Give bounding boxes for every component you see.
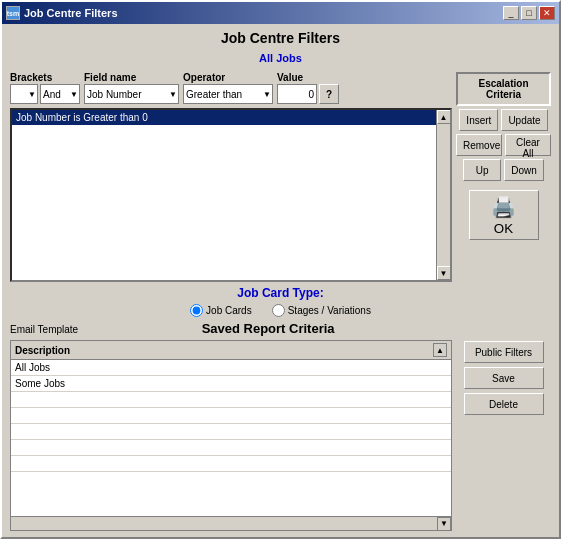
table-row[interactable]: All Jobs — [11, 360, 451, 376]
description-header: Description — [15, 345, 70, 356]
page-subtitle: All Jobs — [10, 52, 551, 64]
scroll-down-btn[interactable]: ▼ — [437, 266, 451, 280]
save-button[interactable]: Save — [464, 367, 544, 389]
ok-btn-container: 🖨️ OK — [469, 190, 539, 240]
radio-stages-label: Stages / Variations — [288, 305, 371, 316]
saved-table-body[interactable]: All Jobs Some Jobs — [11, 360, 451, 516]
radio-job-cards-label: Job Cards — [206, 305, 252, 316]
ok-button[interactable]: 🖨️ OK — [469, 190, 539, 240]
operator-select[interactable]: Greater than Less than Equal to Not equa… — [183, 84, 273, 104]
filter-listbox[interactable]: Job Number is Greater than 0 ▲ ▼ — [10, 108, 452, 282]
page-title: Job Centre Filters — [10, 30, 551, 46]
help-button[interactable]: ? — [319, 84, 339, 104]
and-select[interactable]: And Or — [40, 84, 80, 104]
close-button[interactable]: ✕ — [539, 6, 555, 20]
title-controls: _ □ ✕ — [503, 6, 555, 20]
table-scroll-down[interactable]: ▼ — [437, 517, 451, 531]
table-scroll-up[interactable]: ▲ — [433, 343, 447, 357]
maximize-button[interactable]: □ — [521, 6, 537, 20]
remove-button[interactable]: Remove — [456, 134, 502, 156]
saved-table: Description ▲ All Jobs Some Jobs — [10, 340, 452, 531]
fieldname-label: Field name — [84, 72, 179, 83]
filter-panel: Brackets And Or — [10, 72, 452, 282]
minimize-button[interactable]: _ — [503, 6, 519, 20]
bracket-select-wrapper[interactable] — [10, 84, 38, 104]
public-filters-button[interactable]: Public Filters — [464, 341, 544, 363]
saved-section: Email Template Saved Report Criteria Des… — [10, 321, 551, 531]
down-button[interactable]: Down — [504, 159, 544, 181]
operator-label: Operator — [183, 72, 273, 83]
table-bottom-scroll: ▼ — [11, 516, 451, 530]
escalation-panel: Escalation Criteria Insert Update Remove… — [456, 72, 551, 282]
saved-left: Email Template Saved Report Criteria Des… — [10, 321, 452, 531]
filter-list-item[interactable]: Job Number is Greater than 0 — [12, 110, 450, 125]
radio-job-cards[interactable]: Job Cards — [190, 304, 252, 317]
up-down-row: Up Down — [456, 159, 551, 181]
ok-label: OK — [494, 221, 513, 236]
delete-button[interactable]: Delete — [464, 393, 544, 415]
window-title: Job Centre Filters — [24, 7, 118, 19]
top-section: Brackets And Or — [10, 72, 551, 282]
job-card-title: Job Card Type: — [10, 286, 551, 300]
update-button[interactable]: Update — [501, 109, 547, 131]
email-label: Email Template — [10, 324, 78, 335]
bracket-select[interactable] — [10, 84, 38, 104]
saved-table-header: Description ▲ — [11, 341, 451, 360]
title-bar: tsm Job Centre Filters _ □ ✕ — [2, 2, 559, 24]
radio-stages[interactable]: Stages / Variations — [272, 304, 371, 317]
table-row — [11, 456, 451, 472]
radio-job-cards-input[interactable] — [190, 304, 203, 317]
saved-right: Public Filters Save Delete — [456, 321, 551, 531]
operator-group: Operator Greater than Less than Equal to… — [183, 72, 273, 104]
fieldname-group: Field name Job Number Job Name Client St… — [84, 72, 179, 104]
insert-update-row: Insert Update — [456, 109, 551, 131]
app-icon: tsm — [6, 6, 20, 20]
table-row — [11, 408, 451, 424]
clear-all-button[interactable]: Clear All — [505, 134, 551, 156]
filter-scrollbar[interactable]: ▲ ▼ — [436, 110, 450, 280]
field-select-wrapper[interactable]: Job Number Job Name Client Status — [84, 84, 179, 104]
window-body: Job Centre Filters All Jobs Brackets — [2, 24, 559, 537]
brackets-label: Brackets — [10, 72, 80, 83]
radio-row: Job Cards Stages / Variations — [10, 304, 551, 317]
table-row — [11, 424, 451, 440]
brackets-group: Brackets And Or — [10, 72, 80, 104]
saved-title: Saved Report Criteria — [84, 321, 452, 336]
printer-icon: 🖨️ — [491, 195, 516, 219]
operator-select-wrapper[interactable]: Greater than Less than Equal to Not equa… — [183, 84, 273, 104]
value-group: Value ? — [277, 72, 339, 104]
radio-stages-input[interactable] — [272, 304, 285, 317]
table-row — [11, 440, 451, 456]
remove-clearall-row: Remove Clear All — [456, 134, 551, 156]
escalation-label: Escalation Criteria — [456, 72, 551, 106]
title-bar-left: tsm Job Centre Filters — [6, 6, 118, 20]
value-input[interactable] — [277, 84, 317, 104]
up-button[interactable]: Up — [463, 159, 501, 181]
table-scrollbtns: ▲ — [433, 343, 447, 357]
table-row[interactable]: Some Jobs — [11, 376, 451, 392]
filter-labels-row: Brackets And Or — [10, 72, 452, 104]
scroll-up-btn[interactable]: ▲ — [437, 110, 451, 124]
table-row — [11, 392, 451, 408]
and-select-wrapper[interactable]: And Or — [40, 84, 80, 104]
job-card-section: Job Card Type: Job Cards Stages / Variat… — [10, 286, 551, 317]
email-saved-row: Email Template Saved Report Criteria — [10, 321, 452, 338]
main-window: tsm Job Centre Filters _ □ ✕ Job Centre … — [0, 0, 561, 539]
field-select[interactable]: Job Number Job Name Client Status — [84, 84, 179, 104]
insert-button[interactable]: Insert — [459, 109, 498, 131]
value-label: Value — [277, 72, 339, 83]
